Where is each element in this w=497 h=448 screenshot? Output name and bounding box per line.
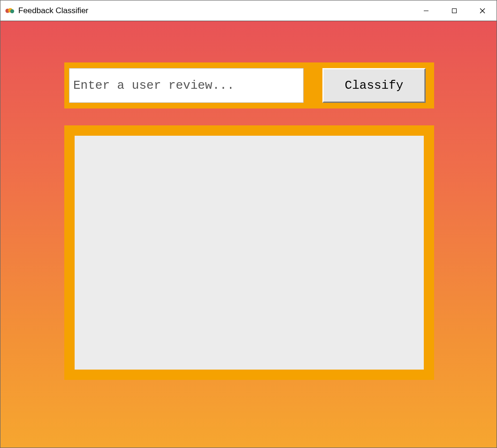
review-input[interactable] [69, 68, 304, 103]
window-title: Feedback Classifier [18, 6, 412, 15]
output-panel [64, 125, 434, 380]
input-panel: Classify [64, 62, 434, 108]
titlebar: Feedback Classifier [0, 0, 497, 21]
window-controls [412, 0, 497, 21]
maximize-button[interactable] [440, 0, 468, 21]
minimize-button[interactable] [412, 0, 440, 21]
app-window: Feedback Classifier Classify [0, 0, 497, 448]
output-area [75, 136, 424, 370]
app-icon [5, 6, 15, 15]
classify-button[interactable]: Classify [322, 68, 426, 103]
svg-point-2 [10, 9, 14, 13]
client-area: Classify [0, 21, 497, 448]
close-button[interactable] [468, 0, 497, 21]
svg-rect-4 [452, 8, 457, 13]
